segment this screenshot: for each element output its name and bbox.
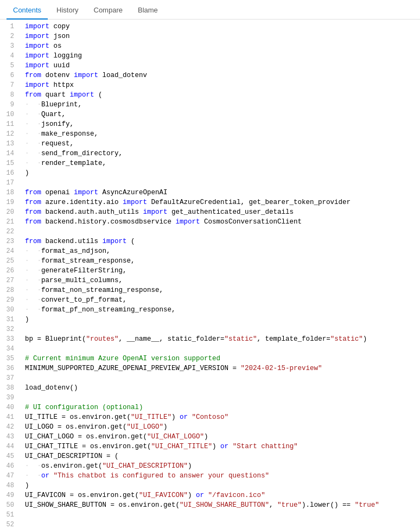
line-number: 33 (4, 334, 14, 344)
code-line: · ·render_template, (25, 158, 420, 168)
line-number: 29 (4, 295, 14, 305)
code-line: import uuid (25, 61, 420, 71)
code-line (25, 227, 420, 237)
line-number: 20 (4, 207, 14, 217)
code-line: ) (25, 481, 420, 490)
line-number: 26 (4, 266, 14, 276)
line-number: 11 (4, 119, 14, 129)
line-number: 10 (4, 110, 14, 119)
line-number: 22 (4, 227, 14, 237)
code-line: UI_CHAT_DESCRIPTION = ( (25, 451, 420, 461)
code-lines: import copyimport jsonimport osimport lo… (23, 22, 420, 529)
code-line: UI_TITLE = os.environ.get("UI_TITLE") or… (25, 412, 420, 422)
code-line: from backend.utils import ( (25, 237, 420, 246)
tab-history[interactable]: History (50, 2, 85, 20)
line-number: 32 (4, 324, 14, 334)
code-line (25, 373, 420, 383)
code-line: from backend.auth.auth_utils import get_… (25, 207, 420, 217)
code-line: MINIMUM_SUPPORTED_AZURE_OPENAI_PREVIEW_A… (25, 364, 420, 373)
tab-blame[interactable]: Blame (131, 2, 164, 20)
code-line: · ·format_non_streaming_response, (25, 285, 420, 295)
line-number: 21 (4, 217, 14, 227)
code-line: ) (25, 315, 420, 324)
line-number: 41 (4, 412, 14, 422)
code-line: · ·convert_to_pf_format, (25, 295, 420, 305)
code-line (25, 510, 420, 520)
line-number: 47 (4, 471, 14, 481)
code-line: · ·os.environ.get("UI_CHAT_DESCRIPTION") (25, 461, 420, 471)
code-line: UI_CHAT_TITLE = os.environ.get("UI_CHAT_… (25, 442, 420, 451)
line-number: 5 (4, 61, 14, 71)
code-line: · ·jsonify, (25, 119, 420, 129)
line-number: 24 (4, 246, 14, 256)
code-line: · ·or "This chatbot is configured to ans… (25, 471, 420, 481)
line-number: 3 (4, 41, 14, 51)
line-number: 2 (4, 31, 14, 41)
code-line: · ·format_as_ndjson, (25, 246, 420, 256)
line-number: 25 (4, 256, 14, 266)
line-number: 18 (4, 188, 14, 197)
line-number: 4 (4, 51, 14, 61)
code-line: # UI configuration (optional) (25, 403, 420, 412)
line-number: 42 (4, 422, 14, 432)
line-number: 39 (4, 393, 14, 403)
line-number: 12 (4, 129, 14, 139)
line-number: 15 (4, 158, 14, 168)
code-line: · ·format_stream_response, (25, 256, 420, 266)
code-line: from azure.identity.aio import DefaultAz… (25, 197, 420, 207)
code-line: import json (25, 31, 420, 41)
line-number: 44 (4, 442, 14, 451)
line-number: 35 (4, 354, 14, 364)
line-number: 30 (4, 305, 14, 315)
code-line: import os (25, 41, 420, 51)
code-line: from backend.history.cosmosdbservice imp… (25, 217, 420, 227)
line-number: 38 (4, 383, 14, 393)
line-number: 1 (4, 22, 14, 31)
line-number: 28 (4, 285, 14, 295)
line-number: 37 (4, 373, 14, 383)
line-number: 6 (4, 71, 14, 80)
code-line: · ·send_from_directory, (25, 149, 420, 158)
code-line (25, 178, 420, 188)
code-line (25, 520, 420, 529)
line-number: 49 (4, 490, 14, 500)
line-number: 40 (4, 403, 14, 412)
line-number: 34 (4, 344, 14, 354)
code-line: · ·generateFilterString, (25, 266, 420, 276)
line-number: 50 (4, 500, 14, 510)
code-line: bp = Blueprint("routes", __name__, stati… (25, 334, 420, 344)
code-line: · ·parse_multi_columns, (25, 276, 420, 285)
code-line: · ·format_pf_non_streaming_response, (25, 305, 420, 315)
line-number: 17 (4, 178, 14, 188)
code-line (25, 324, 420, 334)
line-number: 45 (4, 451, 14, 461)
code-line: · ·request, (25, 139, 420, 149)
line-number: 43 (4, 432, 14, 442)
line-number: 52 (4, 520, 14, 529)
code-line: from quart import ( (25, 90, 420, 100)
line-number: 48 (4, 481, 14, 490)
code-line: UI_FAVICON = os.environ.get("UI_FAVICON"… (25, 490, 420, 500)
code-line: from openai import AsyncAzureOpenAI (25, 188, 420, 197)
code-line: import httpx (25, 80, 420, 90)
tab-compare[interactable]: Compare (87, 2, 129, 20)
line-number: 27 (4, 276, 14, 285)
line-number: 23 (4, 237, 14, 246)
code-line: UI_CHAT_LOGO = os.environ.get("UI_CHAT_L… (25, 432, 420, 442)
line-number: 51 (4, 510, 14, 520)
line-numbers: 1234567891011121314151617181920212223242… (0, 22, 23, 529)
code-line: load_dotenv() (25, 383, 420, 393)
line-number: 14 (4, 149, 14, 158)
line-number: 36 (4, 364, 14, 373)
line-number: 16 (4, 168, 14, 178)
line-number: 8 (4, 90, 14, 100)
code-line: · ·Quart, (25, 110, 420, 119)
code-line: UI_SHOW_SHARE_BUTTON = os.environ.get("U… (25, 500, 420, 510)
line-number: 9 (4, 100, 14, 110)
code-line: · ·make_response, (25, 129, 420, 139)
code-line: from dotenv import load_dotenv (25, 71, 420, 80)
tab-bar: Contents History Compare Blame (0, 0, 420, 20)
line-number: 19 (4, 197, 14, 207)
tab-contents[interactable]: Contents (7, 2, 48, 20)
line-number: 13 (4, 139, 14, 149)
